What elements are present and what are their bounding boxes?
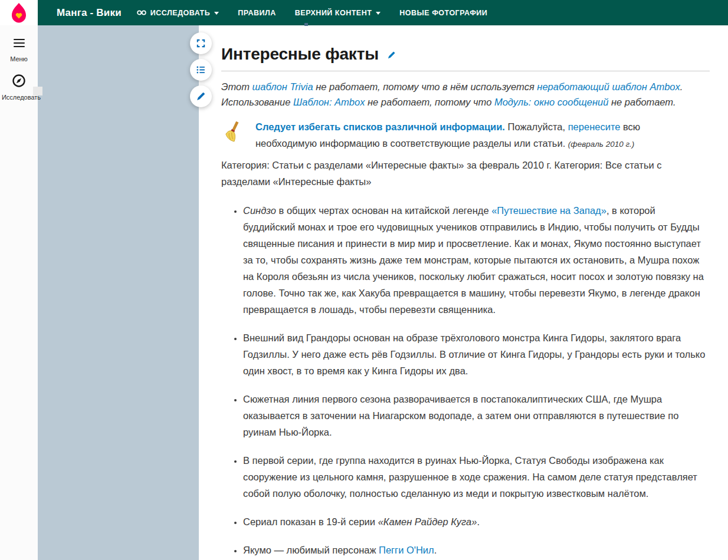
nav-item-label: ПРАВИЛА — [238, 9, 276, 17]
nav-item-label: ИССЛЕДОВАТЬ — [150, 9, 210, 17]
text-segment: (февраль 2010 г.) — [568, 140, 635, 149]
trivia-item: Синдзо в общих чертах основан на китайск… — [243, 202, 710, 318]
text-segment: Синдзо — [243, 205, 276, 216]
inline-link[interactable]: «Путешествие на Запад» — [491, 205, 606, 216]
text-segment: не работает, потому что — [365, 97, 494, 107]
inline-link[interactable]: неработающий шаблон Ambox — [537, 81, 680, 92]
left-rail: Меню Исследовать — [0, 0, 38, 560]
pencil-icon — [196, 91, 206, 101]
page-title: Интересные факты — [221, 45, 710, 64]
hamburger-icon — [14, 37, 25, 50]
nav-item-label: НОВЫЕ ФОТОГРАФИИ — [399, 9, 487, 17]
category-links-text: Категория: Статьи с разделами «Интересны… — [221, 157, 710, 190]
text-segment: Этот — [221, 81, 252, 92]
text-segment: Внешний вид Грандоры основан на образе т… — [243, 332, 705, 376]
text-segment: «Камен Райдер Куга» — [378, 516, 477, 527]
text-segment: в общих чертах основан на китайской леге… — [276, 205, 491, 216]
section-edit-button[interactable] — [387, 51, 396, 60]
nav-item-explore[interactable]: ИССЛЕДОВАТЬ — [137, 9, 219, 17]
text-segment: Пожалуйста, — [505, 121, 568, 132]
fullscreen-button[interactable] — [190, 32, 212, 54]
sidebar-item-explore[interactable]: Исследовать — [0, 74, 38, 101]
nav-item-rules[interactable]: ПРАВИЛА — [238, 9, 276, 17]
inline-link[interactable]: перенесите — [568, 121, 621, 132]
template-error-line: Этот шаблон Trivia не работает, потому ч… — [221, 79, 710, 94]
fullscreen-icon — [196, 38, 206, 48]
community-header: Манга - Вики ИССЛЕДОВАТЬ ПРАВИЛА ВЕРХНИЙ… — [38, 0, 728, 25]
text-segment: . — [477, 516, 480, 527]
nav-item-new-photos[interactable]: НОВЫЕ ФОТОГРАФИИ — [399, 9, 487, 17]
text-segment: Сюжетная линия первого сезона разворачив… — [243, 394, 678, 437]
nav-item-top-content[interactable]: ВЕРХНИЙ КОНТЕНТ — [295, 9, 381, 17]
text-segment: не работает. — [608, 97, 675, 107]
article-tools — [190, 32, 212, 112]
wiki-title-link[interactable]: Манга - Вики — [57, 7, 122, 19]
compass-icon — [12, 74, 26, 88]
partial-scrolled-element — [304, 23, 308, 26]
contents-button[interactable] — [190, 59, 212, 81]
cleanup-notice: Следует избегать списков различной инфор… — [221, 118, 710, 153]
text-segment: не работает, потому что в нём использует… — [313, 81, 537, 92]
inline-link[interactable]: Пегги О'Нил — [379, 545, 434, 555]
text-segment: Использование — [221, 97, 293, 107]
inline-link[interactable]: Шаблон: Ambox — [293, 97, 365, 107]
sidebar-item-menu[interactable]: Меню — [0, 37, 38, 62]
trivia-item: Якумо — любимый персонаж Пегги О'Нил. — [243, 542, 710, 558]
broom-icon — [225, 120, 242, 145]
trivia-item: В первой серии, где группа находится в р… — [243, 452, 710, 502]
text-segment: Якумо — любимый персонаж — [243, 545, 379, 555]
header-nav: ИССЛЕДОВАТЬ ПРАВИЛА ВЕРХНИЙ КОНТЕНТ НОВЫ… — [137, 9, 487, 17]
toc-list-icon — [196, 65, 206, 75]
explore-goggles-icon — [137, 9, 146, 16]
chevron-down-icon — [376, 12, 381, 15]
trivia-item: Внешний вид Грандоры основан на образе т… — [243, 330, 710, 379]
menu-label: Меню — [0, 55, 38, 62]
nav-item-label: ВЕРХНИЙ КОНТЕНТ — [295, 9, 372, 17]
text-segment: , в которой буддийский монах и трое его … — [243, 205, 704, 315]
text-segment: . — [434, 545, 437, 555]
chevron-down-icon — [214, 12, 219, 15]
heading-divider — [221, 71, 710, 71]
trivia-item: Сюжетная линия первого сезона разворачив… — [243, 391, 710, 440]
trivia-item: Сериал показан в 19-й серии «Камен Райде… — [243, 513, 710, 530]
page-side-background — [38, 25, 199, 560]
template-error-line: Использование Шаблон: Ambox не работает,… — [221, 94, 710, 110]
fandom-logo[interactable] — [0, 0, 38, 25]
inline-link[interactable]: Следует избегать списков различной инфор… — [255, 121, 505, 132]
flame-logo-icon — [9, 2, 29, 24]
article-content-area: Интересные факты Этот шаблон Trivia не р… — [199, 25, 728, 560]
edit-pencil-icon — [387, 51, 396, 60]
edit-button[interactable] — [190, 85, 212, 107]
text-segment: В первой серии, где группа находится в р… — [243, 455, 697, 499]
label-clip-overlay — [33, 87, 42, 95]
cleanup-notice-text: Следует избегать списков различной инфор… — [255, 118, 643, 153]
text-segment: Сериал показан в 19-й серии — [243, 516, 378, 527]
text-segment: . — [680, 81, 683, 92]
inline-link[interactable]: шаблон Trivia — [252, 81, 313, 92]
inline-link[interactable]: Модуль: окно сообщений — [494, 97, 608, 107]
trivia-list: Синдзо в общих чертах основан на китайск… — [221, 202, 710, 558]
